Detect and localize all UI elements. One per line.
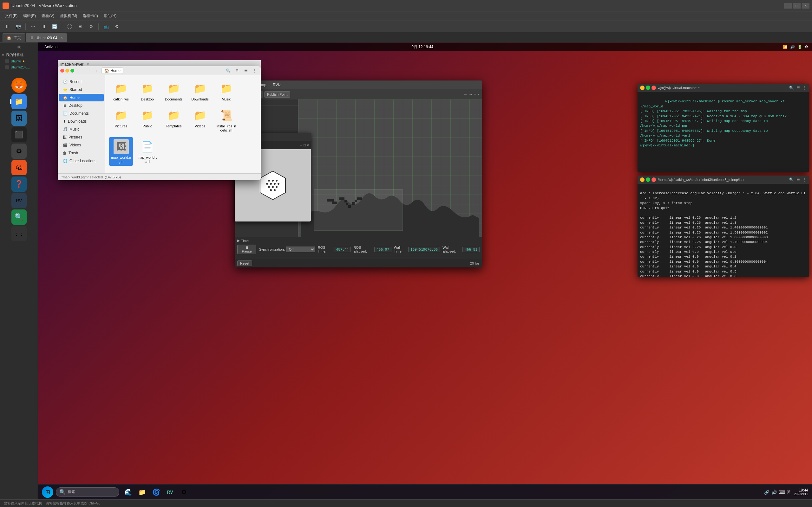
file-map-world-yaml[interactable]: 📄 map_world.yaml <box>136 137 159 166</box>
file-pictures[interactable]: 📁 Pictures <box>109 106 133 134</box>
map-viewer-close-btn2[interactable]: × <box>307 143 309 147</box>
term1-menu-icon[interactable]: ☰ <box>797 86 800 90</box>
file-map-world-pgm[interactable]: 🖼 map_world.pgm <box>109 137 133 166</box>
topbar-settings-icon[interactable]: ⚙ <box>805 45 808 49</box>
toolbar-fullscreen-button[interactable]: ⛶ <box>65 22 74 31</box>
toolbar-suspend-button[interactable]: ⏸ <box>39 22 49 31</box>
dock-apps-grid[interactable]: ⋮⋮ <box>11 226 27 241</box>
rviz-reset-button[interactable]: Reset <box>237 261 252 266</box>
vmware-minimize-button[interactable]: − <box>784 3 792 9</box>
term1-search-icon[interactable]: 🔍 <box>789 86 794 90</box>
menu-edit[interactable]: 编辑(E) <box>20 12 38 20</box>
taskbar-files-app[interactable]: 📁 <box>136 487 148 498</box>
fm-sidebar-recent[interactable]: 🕐 Recent <box>59 78 104 86</box>
ubuntu-activities-button[interactable]: Activities <box>42 44 62 50</box>
fm-sidebar-videos[interactable]: 🎬 Videos <box>59 141 104 149</box>
dock-firefox[interactable]: 🦊 <box>11 78 27 93</box>
term2-minimize[interactable] <box>640 177 645 182</box>
fm-search-button[interactable]: 🔍 <box>224 67 232 74</box>
fm-minimize-button[interactable] <box>65 69 69 72</box>
toolbar-usb-button[interactable]: ⚙ <box>86 22 96 31</box>
file-documents[interactable]: 📁 Documents <box>162 79 186 103</box>
vm-tree-ubuntu[interactable]: ⬛ Ubuntu ★ <box>1 59 37 63</box>
dock-files[interactable]: 📁 <box>11 94 27 109</box>
fm-sidebar-music[interactable]: 🎵 Music <box>59 125 104 133</box>
vm-tree-ubuntu20[interactable]: ⬛ Ubuntu20.0... <box>1 65 37 69</box>
term2-search-icon[interactable]: 🔍 <box>789 177 794 182</box>
dock-image-viewer[interactable]: 🖼 <box>11 111 27 126</box>
toolbar-revert-button[interactable]: ↩ <box>28 22 38 31</box>
time-expand-icon[interactable]: ▶ <box>237 239 240 243</box>
term2-close[interactable] <box>652 177 656 182</box>
term1-minimize[interactable] <box>640 86 645 90</box>
menu-help[interactable]: 帮助(H) <box>101 12 119 20</box>
taskbar-start-button[interactable]: ⊞ <box>42 487 53 498</box>
toolbar-settings-button[interactable]: ⚙ <box>112 22 121 31</box>
term2-maximize[interactable] <box>646 177 650 182</box>
sync-dropdown[interactable]: Off Approximate Exact <box>286 246 315 252</box>
menu-tabs[interactable]: 选项卡(I) <box>80 12 100 20</box>
file-videos[interactable]: 📁 Videos <box>188 106 212 134</box>
term1-more-icon[interactable]: ⋮ <box>803 86 806 90</box>
nav-icon-1[interactable]: ← <box>464 92 467 97</box>
dock-snap-store[interactable]: 🛍 <box>11 160 27 175</box>
fm-close-button[interactable] <box>60 69 64 72</box>
toolbar-power-button[interactable]: ⏸ <box>3 22 12 31</box>
fm-sidebar-desktop[interactable]: 🖥 Desktop <box>59 102 104 109</box>
fm-sidebar-downloads[interactable]: ⬇ Downloads <box>59 118 104 125</box>
fm-maximize-button[interactable] <box>70 69 74 72</box>
dock-settings[interactable]: ⚙ <box>11 144 27 159</box>
taskbar-settings-taskbar[interactable]: ⚙ <box>177 487 190 498</box>
fm-sidebar-pictures[interactable]: 🖼 Pictures <box>59 133 104 141</box>
vmware-close-button[interactable]: × <box>802 3 809 9</box>
map-viewer-max-btn[interactable]: □ <box>304 143 306 147</box>
dock-help[interactable]: ❓ <box>11 176 27 192</box>
fm-sidebar-home[interactable]: 🏠 Home <box>59 94 104 101</box>
taskbar-browser-app[interactable]: 🌊 <box>122 487 135 498</box>
ubuntu-tab-close[interactable]: × <box>61 36 63 40</box>
fm-up-button[interactable]: ↑ <box>93 67 100 74</box>
taskbar-edge-app[interactable]: 🌀 <box>150 487 162 498</box>
term2-menu-icon[interactable]: ☰ <box>797 177 800 182</box>
nav-icon-4[interactable]: × <box>477 92 479 97</box>
rviz-pause-button[interactable]: ⏸ Pause <box>237 245 256 254</box>
dock-terminal[interactable]: ⬛ <box>11 127 27 142</box>
menu-vm[interactable]: 虚拟机(M) <box>57 12 80 20</box>
menu-file[interactable]: 文件(F) <box>3 12 20 20</box>
menu-view[interactable]: 查看(V) <box>39 12 57 20</box>
file-catkin_ws[interactable]: 📁 catkin_ws <box>109 79 133 103</box>
term1-close[interactable] <box>652 86 656 90</box>
fm-forward-button[interactable]: → <box>85 67 92 74</box>
file-downloads[interactable]: 📁 Downloads <box>188 79 212 103</box>
fm-sidebar-trash[interactable]: 🗑 Trash <box>59 149 104 157</box>
fm-list-view-button[interactable]: ☰ <box>242 67 249 74</box>
rviz-3d-view[interactable] <box>298 100 482 237</box>
nav-icon-3[interactable]: + <box>474 92 476 97</box>
file-templates[interactable]: 📁 Templates <box>162 106 186 134</box>
file-public[interactable]: 📁 Public <box>136 106 159 134</box>
term2-more-icon[interactable]: ⋮ <box>803 177 806 182</box>
taskbar-rviz-app[interactable]: RV <box>164 487 176 498</box>
fm-sidebar-documents[interactable]: 📄 Documents <box>59 110 104 117</box>
vmware-restore-button[interactable]: □ <box>793 3 801 9</box>
dock-rviz[interactable]: RV <box>11 193 27 208</box>
term1-maximize[interactable] <box>646 86 650 90</box>
dock-log-viewer[interactable]: 🔍 <box>11 210 27 225</box>
toolbar-snapshot-button[interactable]: 📷 <box>13 22 23 31</box>
file-music[interactable]: 📁 Music <box>214 79 238 103</box>
toolbar-restart-button[interactable]: 🔄 <box>50 22 59 31</box>
fm-sidebar-other-locations[interactable]: 🌐 Other Locations <box>59 157 104 165</box>
fm-grid-view-button[interactable]: ⊞ <box>234 67 241 74</box>
tab-ubuntu[interactable]: 🖥 Ubuntu20.04 × <box>26 33 67 42</box>
map-viewer-min-btn[interactable]: − <box>300 143 302 147</box>
fm-sidebar-starred[interactable]: ⭐ Starred <box>59 86 104 94</box>
taskbar-search-box[interactable]: 🔍 搜索 <box>56 487 119 497</box>
rviz-publish-point-button[interactable]: Publish Point <box>264 91 290 98</box>
toolbar-display-button[interactable]: 📺 <box>101 22 111 31</box>
toolbar-view-button[interactable]: 🖥 <box>75 22 85 31</box>
file-desktop[interactable]: 📁 Desktop <box>136 79 159 103</box>
fm-more-button[interactable]: ⋮ <box>251 67 258 74</box>
fm-back-button[interactable]: ← <box>78 67 84 74</box>
tab-home[interactable]: 🏠 主页 <box>3 33 25 42</box>
file-install-ros-sh[interactable]: 📜 install_ros_noetic.sh <box>214 106 238 134</box>
